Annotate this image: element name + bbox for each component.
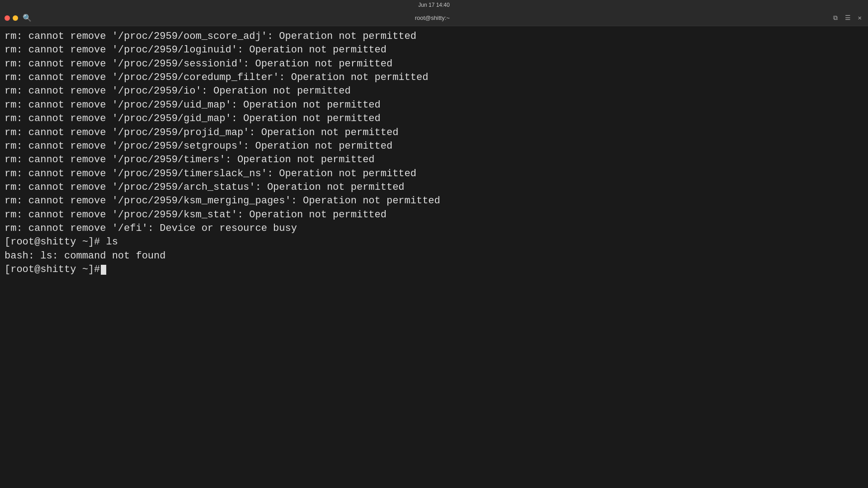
- traffic-lights: [5, 15, 18, 21]
- terminal-cursor: [101, 265, 106, 275]
- terminal-line-13: rm: cannot remove '/proc/2959/ksm_mergin…: [5, 194, 863, 208]
- terminal-line-15: rm: cannot remove '/efi': Device or reso…: [5, 222, 863, 235]
- new-tab-icon[interactable]: ⧉: [831, 14, 840, 23]
- terminal-line-14: rm: cannot remove '/proc/2959/ksm_stat':…: [5, 208, 863, 222]
- close-button[interactable]: [5, 15, 10, 21]
- tab-bar: 🔍 root@shitty:~ ⧉ ☰ ✕: [0, 10, 868, 26]
- terminal-line-12: rm: cannot remove '/proc/2959/arch_statu…: [5, 181, 863, 194]
- terminal-line-2: rm: cannot remove '/proc/2959/loginuid':…: [5, 43, 863, 57]
- datetime-display: Jun 17 14:40: [418, 2, 449, 8]
- terminal-line-7: rm: cannot remove '/proc/2959/gid_map': …: [5, 112, 863, 126]
- tab-controls: ⧉ ☰ ✕: [831, 13, 863, 23]
- terminal-line-17: bash: ls: command not found: [5, 249, 863, 263]
- terminal-window: Jun 17 14:40 🔍 root@shitty:~ ⧉ ☰ ✕ rm: c…: [0, 0, 868, 488]
- terminal-prompt-line[interactable]: [root@shitty ~]#: [5, 263, 863, 277]
- terminal-line-5: rm: cannot remove '/proc/2959/io': Opera…: [5, 84, 863, 98]
- terminal-line-16: [root@shitty ~]# ls: [5, 235, 863, 249]
- terminal-line-1: rm: cannot remove '/proc/2959/oom_score_…: [5, 30, 863, 43]
- terminal-prompt: [root@shitty ~]#: [5, 263, 100, 277]
- minimize-button[interactable]: [13, 15, 18, 21]
- terminal-line-6: rm: cannot remove '/proc/2959/uid_map': …: [5, 99, 863, 112]
- tab-title: root@shitty:~: [36, 14, 829, 21]
- terminal-line-4: rm: cannot remove '/proc/2959/coredump_f…: [5, 71, 863, 84]
- search-icon[interactable]: 🔍: [21, 12, 33, 24]
- terminal-line-8: rm: cannot remove '/proc/2959/projid_map…: [5, 126, 863, 140]
- terminal-line-3: rm: cannot remove '/proc/2959/sessionid'…: [5, 57, 863, 71]
- system-top-bar: Jun 17 14:40: [0, 0, 868, 10]
- close-icon[interactable]: ✕: [856, 13, 863, 23]
- terminal-line-11: rm: cannot remove '/proc/2959/timerslack…: [5, 167, 863, 181]
- menu-icon[interactable]: ☰: [843, 13, 853, 23]
- terminal-content[interactable]: rm: cannot remove '/proc/2959/oom_score_…: [0, 26, 868, 488]
- terminal-line-10: rm: cannot remove '/proc/2959/timers': O…: [5, 153, 863, 167]
- terminal-line-9: rm: cannot remove '/proc/2959/setgroups'…: [5, 140, 863, 153]
